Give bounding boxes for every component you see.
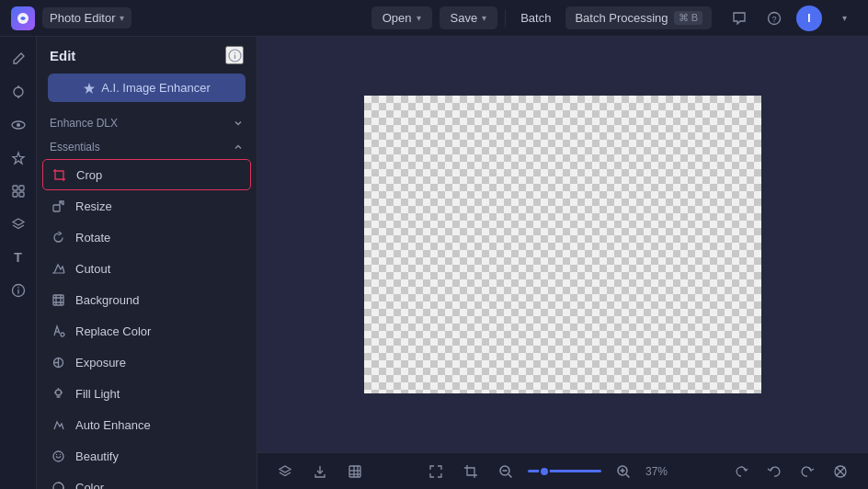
icon-bar: T <box>0 37 37 489</box>
section-enhance-dlx-label: Enhance DLX <box>50 117 118 130</box>
topbar-divider <box>505 9 506 28</box>
svg-point-7 <box>17 123 20 127</box>
menu-item-auto-enhance-label: Auto Enhance <box>75 418 151 432</box>
icon-bar-adjust[interactable] <box>4 77 33 107</box>
svg-point-19 <box>234 51 234 52</box>
menu-item-fill-light-label: Fill Light <box>75 387 120 401</box>
icon-bar-effects[interactable] <box>4 143 33 173</box>
bottom-center-zoom: 37% <box>423 459 673 484</box>
svg-text:?: ? <box>771 15 776 24</box>
avatar[interactable]: I <box>796 6 822 31</box>
menu-item-background[interactable]: Background <box>37 284 257 315</box>
resize-icon <box>50 198 66 214</box>
svg-rect-21 <box>53 205 60 211</box>
section-enhance-dlx-header[interactable]: Enhance DLX <box>37 111 257 135</box>
svg-point-3 <box>14 87 23 97</box>
icon-bar-text[interactable]: T <box>4 243 33 272</box>
menu-item-beautify[interactable]: Beautify <box>37 440 257 472</box>
svg-line-46 <box>508 474 512 478</box>
canvas-area: 37% <box>257 37 868 489</box>
svg-point-16 <box>17 287 19 289</box>
save-button[interactable]: Save ▾ <box>440 6 498 29</box>
main-layout: T Edit A.I. Image Enhancer Enhance DLX <box>0 37 868 489</box>
panel-info-button[interactable] <box>225 46 244 64</box>
section-essentials-header[interactable]: Essentials <box>37 135 257 159</box>
svg-marker-20 <box>84 83 95 94</box>
app-logo <box>11 6 35 30</box>
svg-marker-38 <box>280 466 291 472</box>
menu-item-auto-enhance[interactable]: Auto Enhance <box>37 409 257 440</box>
crop-icon <box>51 166 67 183</box>
canvas-wrap <box>257 37 868 452</box>
app-title-button[interactable]: Photo Editor ▾ <box>42 7 131 28</box>
svg-rect-24 <box>53 295 63 305</box>
topbar-icons: ? I ▾ <box>726 6 857 31</box>
menu-item-color[interactable]: Color <box>37 472 257 489</box>
user-menu-chevron[interactable]: ▾ <box>831 6 857 31</box>
panel-header: Edit <box>37 37 257 74</box>
zoom-out-button[interactable] <box>493 459 519 484</box>
revert-button[interactable] <box>828 459 853 484</box>
exposure-icon <box>50 354 66 370</box>
svg-marker-13 <box>13 219 24 225</box>
fit-zoom-button[interactable] <box>423 459 449 484</box>
batch-button[interactable]: Batch <box>513 6 558 29</box>
menu-item-rotate-label: Rotate <box>75 231 110 244</box>
menu-item-exposure-label: Exposure <box>75 356 126 370</box>
ai-enhancer-label: A.I. Image Enhancer <box>101 81 211 95</box>
batch-shortcut-kbd: ⌘ B <box>674 11 702 25</box>
left-panel: Edit A.I. Image Enhancer Enhance DLX Ess… <box>37 37 257 489</box>
panel-title: Edit <box>50 48 75 63</box>
zoom-slider[interactable] <box>528 470 601 472</box>
menu-item-rotate[interactable]: Rotate <box>37 222 257 253</box>
app-title: Photo Editor <box>50 11 116 25</box>
ai-enhancer-button[interactable]: A.I. Image Enhancer <box>48 74 246 102</box>
grid-bottom-icon[interactable] <box>342 459 368 484</box>
icon-bar-edit[interactable] <box>4 44 33 74</box>
svg-line-50 <box>626 474 630 478</box>
menu-item-color-label: Color <box>75 481 104 490</box>
menu-item-replace-color[interactable]: Replace Color <box>37 315 257 347</box>
help-icon-button[interactable]: ? <box>761 6 787 31</box>
icon-bar-shape[interactable] <box>4 176 33 206</box>
svg-rect-9 <box>13 186 17 190</box>
menu-item-cutout-label: Cutout <box>75 262 110 276</box>
icon-bar-layers[interactable] <box>4 210 33 239</box>
bottom-left-tools <box>272 459 368 484</box>
comment-icon-button[interactable] <box>726 6 752 31</box>
crop-zoom-button[interactable] <box>458 459 484 484</box>
menu-item-crop-label: Crop <box>76 168 102 182</box>
svg-rect-39 <box>349 466 360 477</box>
menu-item-resize[interactable]: Resize <box>37 190 257 222</box>
svg-rect-11 <box>13 192 17 197</box>
canvas-image <box>364 96 761 393</box>
svg-point-26 <box>61 333 64 336</box>
svg-point-28 <box>55 390 61 395</box>
menu-item-beautify-label: Beautify <box>75 449 119 463</box>
icon-bar-info[interactable] <box>4 276 33 305</box>
svg-marker-8 <box>13 153 24 164</box>
icon-bar-view[interactable] <box>4 110 33 140</box>
export-bottom-icon[interactable] <box>307 459 333 484</box>
open-button[interactable]: Open ▾ <box>371 6 432 29</box>
topbar: Photo Editor ▾ Open ▾ Save ▾ Batch Batch… <box>0 0 868 37</box>
menu-item-background-label: Background <box>75 293 139 307</box>
bottom-bar: 37% <box>257 452 868 489</box>
refresh-button[interactable] <box>728 459 754 484</box>
cutout-icon <box>50 260 66 277</box>
svg-point-34 <box>55 453 56 454</box>
undo-button[interactable] <box>761 459 787 484</box>
svg-point-33 <box>53 451 63 461</box>
zoom-in-button[interactable] <box>611 459 636 484</box>
auto-enhance-icon <box>50 416 66 433</box>
menu-item-fill-light[interactable]: Fill Light <box>37 378 257 409</box>
rotate-icon <box>50 229 66 245</box>
menu-list: Crop Resize Rotate Cuto <box>37 159 257 489</box>
fill-light-icon <box>50 385 66 402</box>
menu-item-exposure[interactable]: Exposure <box>37 347 257 378</box>
menu-item-crop[interactable]: Crop <box>42 159 251 190</box>
menu-item-cutout[interactable]: Cutout <box>37 253 257 284</box>
redo-button[interactable] <box>794 459 820 484</box>
layers-bottom-icon[interactable] <box>272 459 298 484</box>
batch-processing-button[interactable]: Batch Processing ⌘ B <box>565 6 712 29</box>
